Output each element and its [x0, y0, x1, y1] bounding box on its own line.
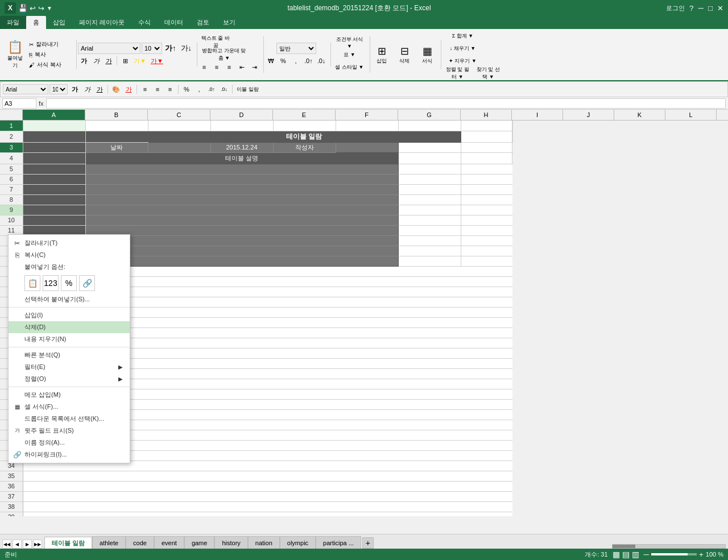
- help-button[interactable]: ?: [689, 4, 693, 13]
- font-color-button[interactable]: 가▼: [149, 55, 165, 67]
- paste-icon-1[interactable]: 📋: [24, 275, 40, 291]
- context-quick-analysis[interactable]: 빠른 분석(Q): [9, 349, 130, 361]
- col-header-i[interactable]: I: [512, 110, 563, 120]
- context-delete[interactable]: 삭제(D): [9, 321, 130, 333]
- cell-h14[interactable]: [461, 256, 512, 266]
- cell-g9[interactable]: [398, 205, 461, 215]
- cut-button[interactable]: ✂잘라내기: [27, 40, 73, 49]
- cell-styles-button[interactable]: 셀 스타일 ▼: [332, 61, 366, 73]
- quick-access-dropdown[interactable]: ▼: [47, 5, 52, 11]
- context-sort[interactable]: 정렬(O) ▶: [9, 373, 130, 385]
- col-header-l[interactable]: L: [665, 110, 717, 120]
- undo-button[interactable]: ↩: [30, 4, 36, 13]
- cell-h9[interactable]: [461, 205, 512, 215]
- table-format-button[interactable]: 표 ▼: [332, 49, 366, 60]
- cell-b8[interactable]: [85, 194, 398, 205]
- tab-formulas[interactable]: 수식: [131, 16, 158, 29]
- cell-b12[interactable]: [85, 235, 398, 246]
- tab-home[interactable]: 홈: [26, 16, 46, 29]
- row-num-5[interactable]: 5: [0, 164, 23, 174]
- cell-a8[interactable]: [23, 194, 85, 205]
- paste-icon-2[interactable]: 123: [43, 275, 59, 291]
- sort-filter-button[interactable]: 정렬 및 필터 ▼: [442, 68, 472, 79]
- col-header-j[interactable]: J: [563, 110, 614, 120]
- cell-d1[interactable]: [210, 121, 273, 131]
- autosum-button[interactable]: Σ 합계 ▼: [442, 30, 482, 42]
- secondary-bold[interactable]: 가: [69, 84, 80, 95]
- fill-button[interactable]: ↓ 채우기 ▼: [442, 43, 482, 54]
- cell-b5[interactable]: [85, 164, 398, 174]
- secondary-decimal-down[interactable]: .0↓: [218, 84, 230, 95]
- context-selective-paste[interactable]: 선택하여 붙여넣기(S)...: [9, 293, 130, 305]
- copy-button[interactable]: ⎘복사: [27, 50, 73, 59]
- cell-a6[interactable]: [23, 174, 85, 184]
- cell-d3[interactable]: 2015.12.24: [210, 142, 273, 152]
- find-select-button[interactable]: 찾기 및 선택 ▼: [473, 68, 503, 79]
- context-copy[interactable]: ⎘ 복사(C): [9, 249, 130, 261]
- cell-g8[interactable]: [398, 194, 461, 205]
- border-button[interactable]: ⊞: [119, 55, 131, 67]
- font-size-select[interactable]: 10: [142, 43, 162, 54]
- close-button[interactable]: ✕: [717, 4, 723, 13]
- cell-h4[interactable]: [461, 152, 512, 164]
- context-insert[interactable]: 삽입(I): [9, 309, 130, 321]
- col-header-f[interactable]: F: [336, 110, 398, 120]
- secondary-italic[interactable]: 가: [81, 84, 93, 95]
- cell-g10[interactable]: [398, 215, 461, 225]
- secondary-align-left[interactable]: ≡: [139, 84, 151, 95]
- cell-i3[interactable]: [512, 142, 512, 152]
- cell-g1[interactable]: [398, 121, 461, 131]
- secondary-decimal-up[interactable]: .0↑: [206, 84, 217, 95]
- secondary-align-right[interactable]: ≡: [164, 84, 176, 95]
- cell-a1[interactable]: [23, 121, 85, 131]
- secondary-font-select[interactable]: Arial: [3, 84, 48, 94]
- cell-b4[interactable]: 테이블 설명: [85, 152, 398, 164]
- context-hyperlink[interactable]: 🔗 하이퍼링크(I)...: [9, 449, 130, 461]
- formula-input[interactable]: [46, 98, 726, 109]
- row-num-8[interactable]: 8: [0, 194, 23, 205]
- cell-g12[interactable]: [398, 235, 461, 246]
- secondary-merge[interactable]: 이블 일람: [235, 84, 260, 95]
- cell-g5[interactable]: [398, 164, 461, 174]
- align-left-button[interactable]: ≡: [198, 61, 210, 73]
- col-header-a[interactable]: A: [23, 110, 85, 120]
- tab-file[interactable]: 파일: [0, 16, 26, 29]
- secondary-fill[interactable]: 🎨: [110, 84, 122, 95]
- row-num-6[interactable]: 6: [0, 174, 23, 184]
- tab-review[interactable]: 검토: [190, 16, 216, 29]
- cell-f1[interactable]: [336, 121, 398, 131]
- decimal-decrease-button[interactable]: .0↓: [316, 55, 328, 67]
- fill-color-button[interactable]: 가▼: [132, 55, 148, 67]
- row-num-1[interactable]: 1: [0, 121, 23, 131]
- cell-b7[interactable]: [85, 184, 398, 194]
- context-format-cells[interactable]: ▦ 셀 서식(F)...: [9, 401, 130, 413]
- cell-g6[interactable]: [398, 174, 461, 184]
- tab-insert[interactable]: 삽입: [46, 16, 72, 29]
- cell-g3[interactable]: [398, 142, 461, 152]
- col-header-d[interactable]: D: [210, 110, 273, 120]
- context-filter[interactable]: 필터(E) ▶: [9, 361, 130, 373]
- cell-e1[interactable]: [273, 121, 336, 131]
- tab-page-layout[interactable]: 페이지 레이아웃: [72, 16, 131, 29]
- cell-g7[interactable]: [398, 184, 461, 194]
- indent-increase-button[interactable]: ⇥: [249, 61, 260, 73]
- cell-h7[interactable]: [461, 184, 512, 194]
- cell-h13[interactable]: [461, 246, 512, 256]
- decimal-increase-button[interactable]: .0↑: [303, 55, 315, 67]
- cell-a9[interactable]: [23, 205, 85, 215]
- cell-g4[interactable]: [398, 152, 461, 164]
- cell-a10[interactable]: [23, 215, 85, 225]
- cell-g13[interactable]: [398, 246, 461, 256]
- cell-h6[interactable]: [461, 174, 512, 184]
- currency-button[interactable]: ₩: [265, 55, 276, 67]
- cell-i2[interactable]: [512, 131, 512, 142]
- col-header-e[interactable]: E: [273, 110, 336, 120]
- format-painter-button[interactable]: 🖌서식 복사: [27, 60, 73, 69]
- cell-a2[interactable]: [23, 131, 85, 142]
- font-name-select[interactable]: Arial: [78, 43, 140, 54]
- redo-button[interactable]: ↪: [38, 4, 44, 13]
- tab-view[interactable]: 보기: [216, 16, 242, 29]
- secondary-underline[interactable]: 가: [94, 84, 105, 95]
- cell-a3[interactable]: [23, 142, 85, 152]
- row-num-10[interactable]: 10: [0, 215, 23, 225]
